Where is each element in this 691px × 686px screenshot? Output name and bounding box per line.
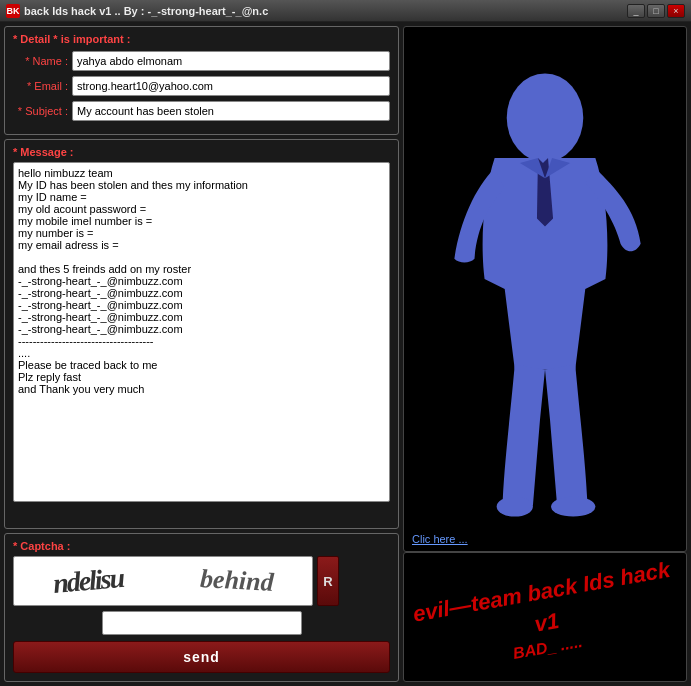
svg-point-0 xyxy=(507,73,584,162)
right-panel: Clic here ... evil—team back Ids hack v1… xyxy=(403,26,687,682)
email-label: * Email : xyxy=(13,80,68,92)
captcha-label: * Captcha : xyxy=(13,540,390,552)
left-panel: * Detail * is important : * Name : * Ema… xyxy=(4,26,399,682)
captcha-refresh-button[interactable]: R xyxy=(317,556,339,606)
message-label: * Message : xyxy=(13,146,390,158)
captcha-image: ndelisu behind xyxy=(13,556,313,606)
name-row: * Name : xyxy=(13,51,390,71)
captcha-text-1: ndelisu xyxy=(51,562,124,600)
email-input[interactable] xyxy=(72,76,390,96)
name-label: * Name : xyxy=(13,55,68,67)
subject-label: * Subject : xyxy=(13,105,68,117)
captcha-input[interactable] xyxy=(102,611,302,635)
evil-text-area: evil—team back Ids hack v1 BAD_ ..... xyxy=(403,552,687,682)
title-bar-left: BK back Ids hack v1 .. By : -_-strong-he… xyxy=(6,4,268,18)
form-section-title: * Detail * is important : xyxy=(13,33,390,45)
message-textarea[interactable]: hello nimbuzz team My ID has been stolen… xyxy=(13,162,390,502)
captcha-section: * Captcha : ndelisu behind R send xyxy=(4,533,399,682)
email-row: * Email : xyxy=(13,76,390,96)
send-button[interactable]: send xyxy=(13,641,390,673)
subject-input[interactable] xyxy=(72,101,390,121)
close-button[interactable]: × xyxy=(667,4,685,18)
captcha-row: ndelisu behind R xyxy=(13,556,390,606)
human-silhouette xyxy=(404,27,686,551)
svg-point-1 xyxy=(497,496,533,516)
figure-area: Clic here ... xyxy=(403,26,687,552)
message-section: * Message : hello nimbuzz team My ID has… xyxy=(4,139,399,529)
title-bar-controls[interactable]: _ □ × xyxy=(627,4,685,18)
maximize-button[interactable]: □ xyxy=(647,4,665,18)
name-input[interactable] xyxy=(72,51,390,71)
click-here-link[interactable]: Clic here ... xyxy=(412,533,468,545)
app-icon: BK xyxy=(6,4,20,18)
minimize-button[interactable]: _ xyxy=(627,4,645,18)
main-content: * Detail * is important : * Name : * Ema… xyxy=(0,22,691,686)
form-section: * Detail * is important : * Name : * Ema… xyxy=(4,26,399,135)
subject-row: * Subject : xyxy=(13,101,390,121)
captcha-input-wrapper xyxy=(13,611,390,635)
title-bar-text: back Ids hack v1 .. By : -_-strong-heart… xyxy=(24,5,268,17)
svg-point-2 xyxy=(551,496,595,516)
captcha-text-2: behind xyxy=(199,564,274,598)
title-bar: BK back Ids hack v1 .. By : -_-strong-he… xyxy=(0,0,691,22)
